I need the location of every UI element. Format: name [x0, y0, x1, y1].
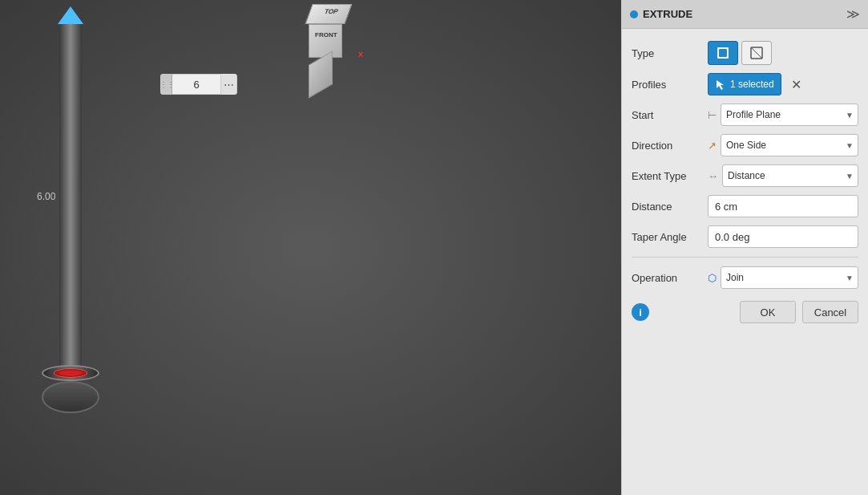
panel-header: EXTRUDE ≫ — [622, 0, 868, 29]
extent-type-select-wrapper: ↔ Distance To Object Through All ▼ — [708, 164, 858, 187]
3d-viewport[interactable]: Z TOP FRONT X 6.00 — [0, 0, 621, 495]
dimension-input[interactable] — [172, 79, 220, 91]
extent-type-icon: ↔ — [708, 170, 718, 182]
distance-input[interactable] — [708, 195, 858, 217]
dim-more-button[interactable]: ⋯ — [220, 74, 236, 95]
extrude-panel: EXTRUDE ≫ Type — [621, 0, 868, 495]
extent-type-select[interactable]: Distance To Object Through All — [722, 164, 858, 187]
start-select[interactable]: Profile Plane Offset — [721, 103, 858, 126]
type-solid-button[interactable] — [708, 41, 738, 65]
panel-divider — [632, 257, 858, 258]
start-label: Start — [632, 109, 708, 121]
extent-type-label: Extent Type — [632, 170, 708, 182]
direction-label: Direction — [632, 140, 708, 152]
start-row: Start ⊢ Profile Plane Offset ▼ — [622, 99, 868, 130]
base-cylinder — [42, 381, 99, 413]
operation-select[interactable]: Join Cut Intersect New Body — [721, 266, 858, 289]
info-button[interactable]: i — [632, 303, 649, 321]
panel-expand-button[interactable]: ≫ — [846, 6, 860, 22]
3d-object: 6.00 — [30, 6, 111, 413]
panel-action-buttons: OK Cancel — [740, 301, 858, 323]
cube-top-label: TOP — [323, 8, 339, 15]
direction-icon: ↗ — [708, 140, 717, 152]
start-control: ⊢ Profile Plane Offset ▼ — [708, 103, 858, 126]
direction-control: ↗ One Side Two Sides Symmetric ▼ — [708, 134, 858, 156]
profiles-selected-button[interactable]: 1 selected — [708, 73, 781, 95]
cube-front-label: FRONT — [315, 31, 337, 39]
taper-angle-row: Taper Angle — [622, 221, 868, 252]
start-icon: ⊢ — [708, 109, 717, 121]
direction-select[interactable]: One Side Two Sides Symmetric — [721, 134, 858, 156]
direction-row: Direction ↗ One Side Two Sides Symmetric… — [622, 130, 868, 160]
panel-indicator — [630, 10, 638, 18]
profiles-label: Profiles — [632, 79, 708, 91]
type-label: Type — [632, 47, 708, 59]
distance-control — [708, 195, 858, 217]
taper-angle-input[interactable] — [708, 225, 858, 248]
svg-rect-2 — [719, 49, 727, 57]
dimension-label: 6.00 — [37, 191, 55, 202]
dim-handle: ⋮⋮ — [161, 74, 172, 95]
profiles-control: 1 selected ✕ — [708, 73, 858, 95]
axis-x-label: X — [358, 51, 363, 59]
taper-angle-label: Taper Angle — [632, 231, 708, 243]
operation-row: Operation ⬡ Join Cut Intersect New Body … — [622, 262, 868, 293]
nav-cube[interactable]: Z TOP FRONT X — [309, 4, 365, 60]
cursor-icon — [715, 79, 726, 90]
panel-body: Type Profiles — [622, 29, 868, 495]
operation-icon: ⬡ — [708, 272, 717, 284]
extrude-arrow — [58, 6, 83, 24]
direction-select-wrapper: ↗ One Side Two Sides Symmetric ▼ — [708, 134, 858, 156]
svg-line-4 — [751, 47, 762, 59]
profiles-selected-text: 1 selected — [730, 79, 774, 90]
cube-top-face[interactable]: TOP — [305, 4, 352, 24]
extent-type-row: Extent Type ↔ Distance To Object Through… — [622, 160, 868, 191]
panel-footer: i OK Cancel — [622, 293, 868, 328]
profiles-row: Profiles 1 selected ✕ — [622, 69, 868, 99]
operation-select-wrapper: ⬡ Join Cut Intersect New Body ▼ — [708, 266, 858, 289]
distance-row: Distance — [622, 191, 868, 221]
cube-front-face[interactable]: FRONT — [309, 24, 342, 58]
taper-angle-control — [708, 225, 858, 248]
base-top — [42, 365, 99, 381]
dimension-input-box[interactable]: ⋮⋮ ⋯ — [160, 74, 237, 95]
distance-label: Distance — [632, 201, 708, 213]
type-control — [708, 41, 858, 65]
operation-control: ⬡ Join Cut Intersect New Body ▼ — [708, 266, 858, 289]
cylinder-shaft: 6.00 — [59, 24, 82, 369]
start-select-wrapper: ⊢ Profile Plane Offset ▼ — [708, 103, 858, 126]
cube-right-face[interactable] — [309, 51, 333, 98]
cancel-button[interactable]: Cancel — [802, 301, 858, 323]
panel-title: EXTRUDE — [643, 8, 692, 20]
operation-label: Operation — [632, 272, 708, 284]
profiles-clear-button[interactable]: ✕ — [788, 75, 805, 93]
center-dot — [66, 368, 75, 378]
type-row: Type — [622, 37, 868, 69]
type-surface-button[interactable] — [741, 41, 772, 65]
extent-type-control: ↔ Distance To Object Through All ▼ — [708, 164, 858, 187]
ok-button[interactable]: OK — [740, 301, 796, 323]
